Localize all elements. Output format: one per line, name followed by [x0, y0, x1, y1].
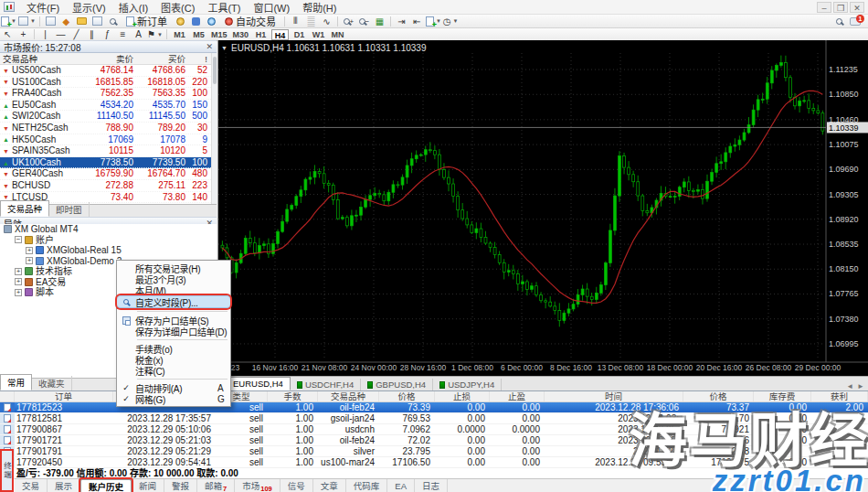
- terminal-tab-代码库[interactable]: 代码库: [346, 479, 388, 492]
- new-order-button[interactable]: 新订单: [121, 16, 173, 27]
- navigator-tab-收藏夹[interactable]: 收藏夹: [32, 376, 72, 390]
- tree-expand-icon[interactable]: +: [15, 289, 22, 296]
- menu-item-G[interactable]: ✓网格(G)G: [117, 393, 230, 404]
- timeframe-m15[interactable]: M15: [209, 29, 229, 40]
- crosshair-tool-icon[interactable]: +: [16, 28, 30, 40]
- zoom-in-icon[interactable]: +: [342, 16, 355, 27]
- menubar-item[interactable]: 工具(T): [201, 2, 247, 15]
- market-watch-row[interactable]: ▼GER40Cash16759.9016764.70480: [0, 168, 211, 180]
- search-icon[interactable]: [836, 18, 842, 25]
- profiles-button[interactable]: ▼: [18, 16, 36, 27]
- cursor-tool-icon[interactable]: ↖: [1, 28, 15, 40]
- scroll-right-icon[interactable]: ►: [857, 382, 864, 390]
- market-watch-row[interactable]: ▼NETH25Cash788.90789.2030: [0, 123, 211, 134]
- market-watch-row[interactable]: ▼SPAIN35Cash10115101205: [0, 145, 211, 157]
- menu-item-M[interactable]: 本月(M): [117, 284, 230, 295]
- vertical-line-tool-icon[interactable]: |: [38, 28, 52, 40]
- tile-windows-icon[interactable]: ▦: [373, 16, 386, 27]
- menubar-item[interactable]: 图表(C): [154, 2, 201, 15]
- market-watch-row[interactable]: ▲HK50Cash17069170789: [0, 134, 211, 146]
- tree-expand-icon[interactable]: +: [26, 247, 33, 254]
- web-icon[interactable]: [205, 16, 218, 27]
- fibonacci-tool-icon[interactable]: ƒ: [101, 28, 114, 40]
- terminal-tab-市场[interactable]: 市场109: [235, 479, 281, 492]
- terminal-tab-信号[interactable]: 信号: [281, 479, 313, 492]
- timeframe-h4[interactable]: H4: [271, 29, 289, 40]
- timeframe-m5[interactable]: M5: [190, 29, 207, 40]
- tree-item-platform[interactable]: XM Global MT4: [0, 224, 217, 235]
- market-watch-row[interactable]: ▼US100Cash16815.8516818.05220: [0, 77, 211, 89]
- terminal-tab-交易[interactable]: 交易: [15, 479, 48, 492]
- channel-tool-icon[interactable]: ∥: [85, 28, 99, 40]
- notifications-icon[interactable]: 1: [850, 17, 861, 26]
- market-watch-tab-即时图[interactable]: 即时图: [49, 202, 90, 217]
- terminal-side-tab[interactable]: 终端: [0, 449, 14, 492]
- auto-scroll-icon[interactable]: ⇥: [395, 16, 408, 27]
- timeframe-mn[interactable]: MN: [329, 29, 346, 40]
- market-watch-row[interactable]: ▼FRA40Cash7562.357563.35100: [0, 88, 211, 100]
- line-chart-mode-icon[interactable]: ∿: [320, 16, 333, 27]
- chart-shift-icon[interactable]: ⇤: [410, 16, 424, 27]
- navigator-toggle[interactable]: [75, 16, 89, 27]
- menubar-item[interactable]: 显示(V): [66, 2, 112, 15]
- terminal-toggle[interactable]: [90, 16, 104, 27]
- new-chart-button[interactable]: ▼: [1, 16, 16, 27]
- menubar-item[interactable]: 窗口(W): [247, 2, 296, 15]
- menubar-item[interactable]: 文件(F): [20, 2, 66, 15]
- autotrading-button[interactable]: 自动交易: [219, 16, 281, 27]
- tree-expand-icon[interactable]: +: [26, 257, 33, 264]
- market-watch-toggle[interactable]: [44, 16, 58, 27]
- timeframe-m30[interactable]: M30: [230, 29, 250, 40]
- tree-expand-icon[interactable]: +: [15, 268, 22, 275]
- timeframe-d1[interactable]: D1: [291, 29, 308, 40]
- data-window-toggle[interactable]: ◆: [59, 16, 73, 27]
- chart-tab-USDCHFH4[interactable]: USDCHF,H4: [291, 379, 361, 390]
- chart-tabs-scroll-arrows[interactable]: ◄►: [846, 382, 868, 390]
- arrows-tool-icon[interactable]: ⚑▼: [147, 28, 163, 40]
- market-watch-row[interactable]: ▼US500Cash4768.144768.6652: [0, 65, 211, 77]
- timeframe-m1[interactable]: M1: [171, 29, 188, 40]
- zoom-out-icon[interactable]: −: [357, 16, 371, 27]
- menubar-item[interactable]: 帮助(H): [296, 2, 343, 15]
- market-watch-close-icon[interactable]: ✕: [206, 42, 213, 51]
- close-button[interactable]: ✕: [850, 2, 864, 13]
- lines-tool-icon[interactable]: ≡: [116, 28, 130, 40]
- menu-item-D[interactable]: 保存为详细户口结单(D): [117, 326, 230, 337]
- menu-item-C[interactable]: 注释(C): [117, 365, 230, 376]
- metaeditor-icon[interactable]: [174, 16, 187, 27]
- text-tool-icon[interactable]: A: [132, 28, 145, 40]
- terminal-tab-警报[interactable]: 警报: [164, 479, 197, 492]
- terminal-tab-账户历史[interactable]: 账户历史: [80, 479, 132, 492]
- terminal-tab-EA[interactable]: EA: [387, 479, 415, 492]
- timeframe-w1[interactable]: W1: [310, 29, 327, 40]
- trendline-tool-icon[interactable]: ╱: [69, 28, 83, 40]
- chart-tab-USDJPYH4[interactable]: USDJPY,H4: [433, 379, 502, 390]
- menubar-item[interactable]: 插入(I): [112, 2, 154, 15]
- tree-expand-icon[interactable]: −: [15, 236, 22, 243]
- tree-item-account-real[interactable]: +XMGlobal-Real 15: [0, 245, 217, 256]
- community-icon[interactable]: [189, 16, 203, 27]
- chart-tab-GBPUSDH4[interactable]: GBPUSD,H4: [361, 379, 433, 390]
- tree-item-accounts[interactable]: −账户: [0, 235, 217, 246]
- candlestick-mode-icon[interactable]: 𝄛: [304, 16, 318, 27]
- market-watch-row[interactable]: ▲EU50Cash4534.204535.70150: [0, 100, 211, 112]
- horizontal-line-tool-icon[interactable]: —: [54, 28, 68, 40]
- terminal-tab-新闻[interactable]: 新闻: [132, 479, 164, 492]
- market-watch-scrollbar[interactable]: [211, 53, 217, 204]
- navigator-tab-常用[interactable]: 常用: [0, 374, 32, 390]
- terminal-tab-展示[interactable]: 展示: [48, 479, 80, 492]
- market-watch-row[interactable]: ▼BCHUSD272.88275.11223: [0, 180, 211, 192]
- indicators-button[interactable]: ▼: [426, 16, 441, 27]
- bar-chart-mode-icon[interactable]: ⫴: [289, 16, 302, 27]
- menu-item-P[interactable]: 自定义时段(P)...: [117, 295, 230, 308]
- tree-expand-icon[interactable]: +: [15, 278, 22, 285]
- chart-area[interactable]: 1.112351.108501.104601.100751.096901.093…: [217, 40, 868, 376]
- market-watch-row[interactable]: ▲SWI20Cash11140.5011145.50500: [0, 111, 211, 123]
- market-watch-row[interactable]: ▲UK100Cash7738.507739.50100: [0, 157, 211, 169]
- terminal-tab-邮箱[interactable]: 邮箱7: [197, 479, 235, 492]
- restore-button[interactable]: ❒: [833, 2, 848, 13]
- timeframe-h1[interactable]: H1: [252, 29, 270, 40]
- terminal-tab-文章[interactable]: 文章: [313, 479, 346, 492]
- market-watch-tab-交易品种[interactable]: 交易品种: [0, 200, 49, 217]
- minimize-button[interactable]: –: [817, 2, 831, 13]
